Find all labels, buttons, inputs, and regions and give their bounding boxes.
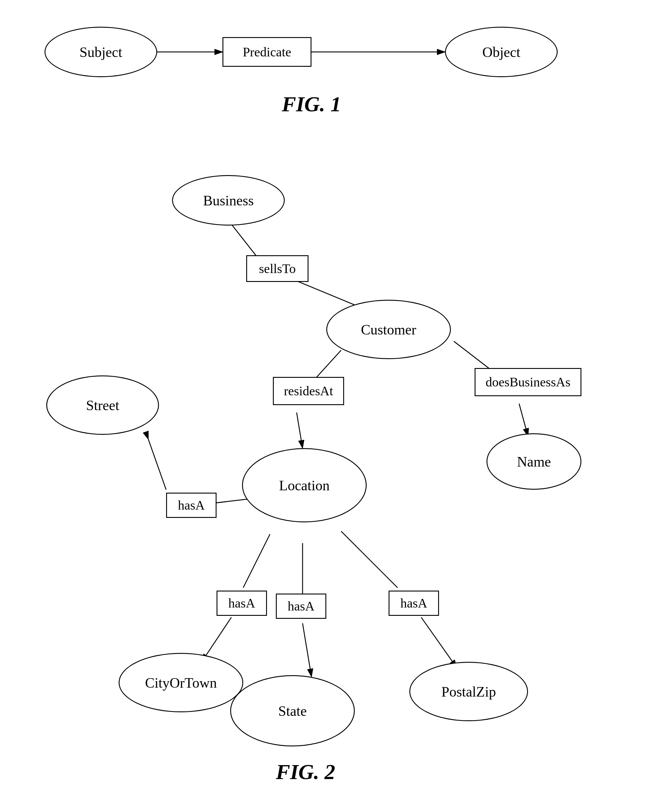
predicate-rect: Predicate bbox=[222, 37, 311, 67]
svg-line-8 bbox=[454, 341, 492, 371]
location-ellipse: Location bbox=[242, 448, 366, 522]
svg-line-9 bbox=[519, 404, 528, 436]
svg-line-12 bbox=[243, 534, 270, 588]
hasa-label-city: hasA bbox=[228, 596, 255, 611]
doesbusinessas-rect: doesBusinessAs bbox=[474, 368, 581, 396]
hasa-rect-postal: hasA bbox=[389, 591, 439, 616]
location-label: Location bbox=[279, 477, 330, 494]
svg-line-15 bbox=[303, 623, 311, 677]
hasa-label-postal: hasA bbox=[400, 596, 427, 611]
postalzip-ellipse: PostalZip bbox=[409, 662, 528, 721]
fig2-label: FIG. 2 bbox=[276, 760, 335, 784]
cityortown-ellipse: CityOrTown bbox=[119, 653, 243, 712]
name-ellipse: Name bbox=[487, 433, 581, 490]
predicate-label: Predicate bbox=[243, 44, 291, 60]
residesat-rect: residesAt bbox=[273, 377, 344, 405]
fig1-label: FIG. 1 bbox=[282, 92, 341, 117]
sellsto-label: sellsTo bbox=[259, 261, 296, 276]
residesat-label: residesAt bbox=[284, 383, 333, 399]
customer-ellipse: Customer bbox=[326, 300, 451, 359]
hasa-label-street: hasA bbox=[178, 498, 205, 513]
svg-line-11 bbox=[148, 439, 166, 490]
state-ellipse: State bbox=[230, 675, 355, 747]
hasa-rect-street: hasA bbox=[166, 493, 217, 518]
object-label: Object bbox=[482, 44, 520, 60]
state-label: State bbox=[278, 703, 307, 719]
business-label: Business bbox=[203, 192, 254, 209]
doesbusinessas-label: doesBusinessAs bbox=[485, 375, 570, 390]
hasa-rect-state: hasA bbox=[276, 594, 326, 619]
subject-label: Subject bbox=[79, 44, 122, 60]
svg-line-7 bbox=[297, 413, 303, 448]
cityortown-label: CityOrTown bbox=[145, 675, 217, 691]
hasa-label-state: hasA bbox=[288, 599, 314, 614]
svg-line-16 bbox=[341, 531, 398, 588]
street-ellipse: Street bbox=[46, 375, 159, 435]
name-label: Name bbox=[517, 453, 551, 470]
postalzip-label: PostalZip bbox=[441, 683, 496, 700]
business-ellipse: Business bbox=[172, 175, 285, 226]
street-label: Street bbox=[86, 397, 119, 413]
svg-line-13 bbox=[202, 617, 232, 662]
subject-ellipse: Subject bbox=[44, 27, 157, 77]
hasa-rect-city: hasA bbox=[217, 591, 267, 616]
customer-label: Customer bbox=[361, 321, 416, 338]
svg-line-17 bbox=[421, 617, 457, 668]
object-ellipse: Object bbox=[445, 27, 558, 77]
sellsto-rect: sellsTo bbox=[246, 255, 308, 282]
diagram-container: Subject Predicate Object FIG. 1 Business… bbox=[0, 0, 660, 812]
